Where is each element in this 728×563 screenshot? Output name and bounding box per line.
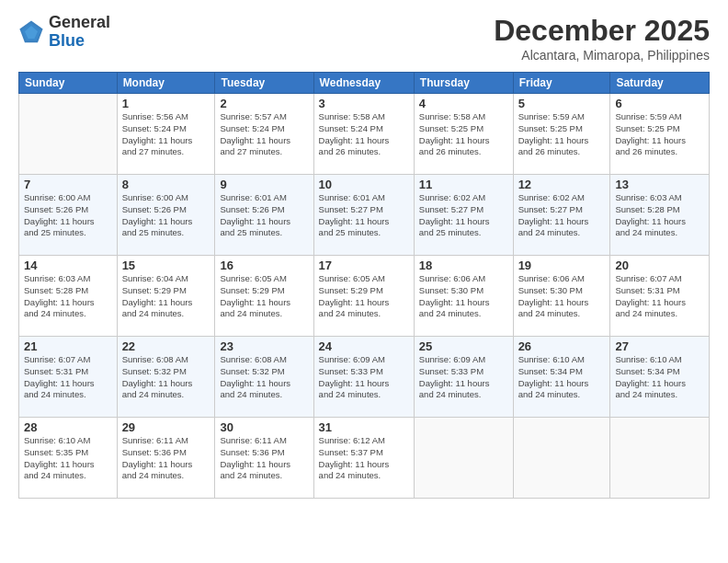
day-number: 7 — [24, 178, 112, 191]
day-number: 17 — [319, 259, 409, 272]
daylight-hours-line2: and 24 minutes. — [615, 308, 677, 318]
daylight-hours-line1: Daylight: 11 hours — [518, 216, 589, 226]
day-number: 18 — [419, 259, 508, 272]
sunset-text: Sunset: 5:28 PM — [615, 204, 679, 214]
sunrise-text: Sunrise: 6:03 AM — [24, 273, 90, 283]
calendar-cell: 18Sunrise: 6:06 AMSunset: 5:30 PMDayligh… — [414, 256, 513, 337]
sunset-text: Sunset: 5:33 PM — [319, 366, 383, 376]
day-info: Sunrise: 6:11 AMSunset: 5:36 PMDaylight:… — [220, 435, 308, 482]
daylight-hours-line1: Daylight: 11 hours — [122, 378, 193, 388]
calendar-cell: 20Sunrise: 6:07 AMSunset: 5:31 PMDayligh… — [610, 256, 710, 337]
day-info: Sunrise: 5:59 AMSunset: 5:25 PMDaylight:… — [518, 111, 606, 158]
sunrise-text: Sunrise: 6:05 AM — [319, 273, 385, 283]
calendar-cell — [610, 418, 710, 499]
daylight-hours-line2: and 24 minutes. — [122, 470, 185, 480]
daylight-hours-line1: Daylight: 11 hours — [220, 459, 290, 469]
calendar-week-row: 21Sunrise: 6:07 AMSunset: 5:31 PMDayligh… — [19, 337, 710, 418]
calendar-cell: 3Sunrise: 5:58 AMSunset: 5:24 PMDaylight… — [313, 94, 414, 175]
sunrise-text: Sunrise: 6:07 AM — [24, 354, 90, 364]
day-number: 26 — [518, 339, 606, 353]
day-info: Sunrise: 6:03 AMSunset: 5:28 PMDaylight:… — [615, 192, 704, 239]
day-info: Sunrise: 5:56 AMSunset: 5:24 PMDaylight:… — [122, 111, 210, 158]
calendar-cell: 19Sunrise: 6:06 AMSunset: 5:30 PMDayligh… — [513, 256, 610, 337]
day-info: Sunrise: 6:05 AMSunset: 5:29 PMDaylight:… — [220, 273, 308, 320]
calendar-cell: 25Sunrise: 6:09 AMSunset: 5:33 PMDayligh… — [414, 337, 513, 418]
daylight-hours-line2: and 26 minutes. — [319, 146, 381, 156]
day-number: 24 — [319, 339, 409, 353]
day-info: Sunrise: 6:06 AMSunset: 5:30 PMDaylight:… — [419, 273, 508, 320]
calendar-cell: 16Sunrise: 6:05 AMSunset: 5:29 PMDayligh… — [215, 256, 313, 337]
daylight-hours-line1: Daylight: 11 hours — [220, 216, 290, 226]
sunrise-text: Sunrise: 6:04 AM — [122, 273, 188, 283]
daylight-hours-line1: Daylight: 11 hours — [518, 378, 589, 388]
daylight-hours-line2: and 24 minutes. — [615, 227, 677, 237]
calendar-cell — [513, 418, 610, 499]
daylight-hours-line1: Daylight: 11 hours — [419, 378, 490, 388]
calendar-cell: 2Sunrise: 5:57 AMSunset: 5:24 PMDaylight… — [215, 94, 313, 175]
daylight-hours-line1: Daylight: 11 hours — [615, 378, 686, 388]
day-info: Sunrise: 6:04 AMSunset: 5:29 PMDaylight:… — [122, 273, 210, 320]
calendar-cell: 24Sunrise: 6:09 AMSunset: 5:33 PMDayligh… — [313, 337, 414, 418]
daylight-hours-line1: Daylight: 11 hours — [419, 135, 490, 145]
header: General Blue December 2025 Alcantara, Mi… — [18, 14, 710, 63]
daylight-hours-line2: and 25 minutes. — [24, 227, 86, 237]
sunset-text: Sunset: 5:29 PM — [220, 285, 284, 295]
calendar-cell: 13Sunrise: 6:03 AMSunset: 5:28 PMDayligh… — [610, 175, 710, 256]
daylight-hours-line2: and 24 minutes. — [518, 308, 581, 318]
daylight-hours-line1: Daylight: 11 hours — [122, 135, 193, 145]
sunrise-text: Sunrise: 6:11 AM — [122, 435, 188, 445]
daylight-hours-line2: and 24 minutes. — [24, 389, 86, 399]
sunrise-text: Sunrise: 6:11 AM — [220, 435, 286, 445]
sunset-text: Sunset: 5:37 PM — [319, 447, 383, 457]
sunset-text: Sunset: 5:27 PM — [419, 204, 483, 214]
day-number: 13 — [615, 178, 704, 191]
daylight-hours-line1: Daylight: 11 hours — [319, 216, 390, 226]
sunset-text: Sunset: 5:32 PM — [122, 366, 187, 376]
sunrise-text: Sunrise: 6:02 AM — [518, 192, 585, 202]
day-number: 14 — [24, 259, 112, 272]
sunset-text: Sunset: 5:24 PM — [319, 123, 383, 133]
logo-general: General — [49, 14, 110, 32]
sunrise-text: Sunrise: 6:01 AM — [220, 192, 286, 202]
calendar-cell: 6Sunrise: 5:59 AMSunset: 5:25 PMDaylight… — [610, 94, 710, 175]
day-number: 10 — [319, 178, 409, 191]
daylight-hours-line2: and 24 minutes. — [220, 308, 282, 318]
day-info: Sunrise: 6:03 AMSunset: 5:28 PMDaylight:… — [24, 273, 112, 320]
logo: General Blue — [18, 14, 110, 51]
sunrise-text: Sunrise: 6:10 AM — [518, 354, 585, 364]
day-number: 31 — [319, 420, 409, 434]
calendar-cell: 1Sunrise: 5:56 AMSunset: 5:24 PMDaylight… — [117, 94, 215, 175]
sunset-text: Sunset: 5:34 PM — [615, 366, 679, 376]
daylight-hours-line1: Daylight: 11 hours — [122, 459, 193, 469]
month-title: December 2025 — [494, 14, 710, 48]
sunset-text: Sunset: 5:31 PM — [24, 366, 88, 376]
daylight-hours-line2: and 24 minutes. — [24, 308, 86, 318]
daylight-hours-line1: Daylight: 11 hours — [319, 135, 390, 145]
day-number: 21 — [24, 339, 112, 353]
daylight-hours-line1: Daylight: 11 hours — [122, 216, 193, 226]
calendar-week-row: 14Sunrise: 6:03 AMSunset: 5:28 PMDayligh… — [19, 256, 710, 337]
calendar-cell: 5Sunrise: 5:59 AMSunset: 5:25 PMDaylight… — [513, 94, 610, 175]
calendar-table: SundayMondayTuesdayWednesdayThursdayFrid… — [18, 72, 710, 499]
day-info: Sunrise: 6:12 AMSunset: 5:37 PMDaylight:… — [319, 435, 409, 482]
sunset-text: Sunset: 5:24 PM — [122, 123, 187, 133]
sunset-text: Sunset: 5:24 PM — [220, 123, 284, 133]
sunset-text: Sunset: 5:26 PM — [122, 204, 187, 214]
weekday-header: Friday — [513, 73, 610, 94]
calendar-week-row: 28Sunrise: 6:10 AMSunset: 5:35 PMDayligh… — [19, 418, 710, 499]
daylight-hours-line1: Daylight: 11 hours — [615, 135, 686, 145]
day-info: Sunrise: 5:58 AMSunset: 5:25 PMDaylight:… — [419, 111, 508, 158]
daylight-hours-line2: and 24 minutes. — [24, 470, 86, 480]
sunset-text: Sunset: 5:36 PM — [220, 447, 284, 457]
sunset-text: Sunset: 5:25 PM — [615, 123, 679, 133]
sunrise-text: Sunrise: 6:02 AM — [419, 192, 485, 202]
logo-text: General Blue — [49, 14, 110, 51]
sunrise-text: Sunrise: 6:07 AM — [615, 273, 681, 283]
daylight-hours-line1: Daylight: 11 hours — [518, 135, 589, 145]
calendar-cell: 11Sunrise: 6:02 AMSunset: 5:27 PMDayligh… — [414, 175, 513, 256]
daylight-hours-line2: and 24 minutes. — [220, 389, 282, 399]
sunrise-text: Sunrise: 6:03 AM — [615, 192, 681, 202]
sunset-text: Sunset: 5:26 PM — [220, 204, 284, 214]
sunset-text: Sunset: 5:29 PM — [319, 285, 383, 295]
day-number: 27 — [615, 339, 704, 353]
